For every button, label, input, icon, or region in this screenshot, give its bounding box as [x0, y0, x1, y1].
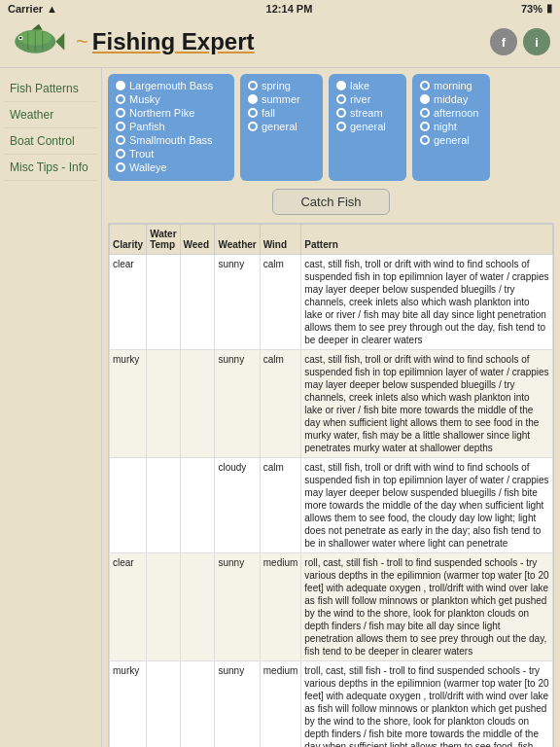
app-title: Fishing Expert: [92, 28, 255, 55]
species-northern-pike[interactable]: Northern Pike: [116, 107, 227, 119]
header: ~ Fishing Expert f i: [0, 17, 560, 68]
radio-trout: [116, 149, 125, 159]
time-midday[interactable]: midday: [420, 93, 482, 105]
radio-smallmouth: [116, 135, 125, 145]
cell-weather: cloudy: [215, 458, 260, 553]
sidebar-item-fish-patterns[interactable]: Fish Patterns: [4, 76, 97, 102]
cell-weather: sunny: [215, 255, 260, 350]
cell-pattern: cast, still fish, troll or drift with wi…: [301, 255, 553, 350]
cell-waterTemp: [147, 255, 180, 350]
species-largemouth[interactable]: Largemouth Bass: [116, 80, 227, 91]
cell-wind: calm: [260, 458, 301, 553]
radio-lake: [336, 81, 346, 90]
cell-pattern: cast, still fish, troll or drift with wi…: [301, 350, 553, 458]
radio-fall: [248, 108, 258, 118]
cell-wind: medium: [260, 661, 301, 748]
header-squiggle: ~: [76, 29, 88, 54]
catch-fish-button[interactable]: Catch Fish: [272, 189, 389, 215]
season-panel: spring summer fall general: [240, 74, 323, 181]
battery-icon: ▮: [546, 2, 552, 15]
radio-musky: [116, 94, 125, 104]
location-stream[interactable]: stream: [336, 107, 399, 119]
facebook-button[interactable]: f: [490, 28, 517, 55]
cell-weed: [180, 255, 215, 350]
cell-wind: medium: [260, 553, 301, 661]
cell-waterTemp: [147, 458, 180, 553]
season-general[interactable]: general: [248, 121, 315, 132]
svg-marker-5: [32, 24, 43, 30]
cell-clarity: clear: [110, 553, 147, 661]
radio-river: [336, 94, 346, 104]
sidebar-item-weather[interactable]: Weather: [4, 102, 97, 128]
location-lake[interactable]: lake: [336, 80, 399, 91]
radio-stream: [336, 108, 346, 118]
species-walleye[interactable]: Walleye: [116, 161, 227, 173]
wifi-icon: ▲: [47, 3, 57, 15]
time-morning[interactable]: morning: [420, 80, 482, 91]
radio-night: [420, 122, 430, 131]
cell-clarity: murky: [110, 350, 147, 458]
status-bar: Carrier ▲ 12:14 PM 73% ▮: [0, 0, 560, 17]
sidebar: Fish Patterns Weather Boat Control Misc …: [0, 68, 102, 747]
table-row: clearsunnymediumroll, cast, still fish -…: [110, 553, 553, 661]
time-night[interactable]: night: [420, 121, 482, 132]
sidebar-item-misc-tips[interactable]: Misc Tips - Info: [4, 155, 97, 181]
season-spring[interactable]: spring: [248, 80, 315, 91]
main-layout: Fish Patterns Weather Boat Control Misc …: [0, 68, 560, 747]
cell-weather: sunny: [215, 350, 260, 458]
cell-weather: sunny: [215, 553, 260, 661]
cell-weed: [180, 458, 215, 553]
location-panel: lake river stream general: [329, 74, 406, 181]
species-smallmouth[interactable]: Smallmouth Bass: [116, 134, 227, 146]
filter-row: Largemouth Bass Musky Northern Pike Panf…: [108, 74, 554, 181]
species-panfish[interactable]: Panfish: [116, 121, 227, 132]
table-row: murkysunnycalmcast, still fish, troll or…: [110, 350, 553, 458]
cell-pattern: roll, cast, still fish - troll to find s…: [301, 553, 553, 661]
cell-pattern: cast, still fish, troll or drift with wi…: [301, 458, 553, 553]
species-musky[interactable]: Musky: [116, 93, 227, 105]
radio-afternoon: [420, 108, 430, 118]
cell-weed: [180, 661, 215, 748]
cell-wind: calm: [260, 255, 301, 350]
col-header-water-temp: WaterTemp: [147, 225, 180, 255]
cell-clarity: murky: [110, 661, 147, 748]
status-left: Carrier ▲: [8, 3, 57, 15]
radio-spring: [248, 81, 258, 90]
radio-midday: [420, 94, 430, 104]
col-header-wind: Wind: [260, 225, 301, 255]
radio-walleye: [116, 162, 125, 172]
table-row: clearsunnycalmcast, still fish, troll or…: [110, 255, 553, 350]
radio-northern-pike: [116, 108, 125, 118]
season-summer[interactable]: summer: [248, 93, 315, 105]
col-header-weed: Weed: [180, 225, 215, 255]
status-right: 73% ▮: [521, 2, 552, 15]
table-row: cloudycalmcast, still fish, troll or dri…: [110, 458, 553, 553]
cell-weed: [180, 350, 215, 458]
cell-weather: sunny: [215, 661, 260, 748]
species-panel: Largemouth Bass Musky Northern Pike Panf…: [108, 74, 234, 181]
results-table: Clarity WaterTemp Weed Weather Wind Patt…: [109, 224, 553, 747]
cell-waterTemp: [147, 553, 180, 661]
location-river[interactable]: river: [336, 93, 399, 105]
cell-clarity: clear: [110, 255, 147, 350]
sidebar-item-boat-control[interactable]: Boat Control: [4, 128, 97, 155]
radio-panfish: [116, 122, 125, 131]
battery-label: 73%: [521, 3, 542, 15]
species-trout[interactable]: Trout: [116, 148, 227, 160]
info-button[interactable]: i: [523, 28, 550, 55]
radio-morning: [420, 81, 430, 90]
carrier-label: Carrier: [8, 3, 43, 15]
radio-location-general: [336, 122, 346, 131]
location-general[interactable]: general: [336, 121, 399, 132]
radio-largemouth: [116, 81, 125, 90]
results-table-wrapper: Clarity WaterTemp Weed Weather Wind Patt…: [108, 223, 554, 747]
col-header-weather: Weather: [215, 225, 260, 255]
header-buttons: f i: [490, 28, 550, 55]
time-general[interactable]: general: [420, 134, 482, 146]
season-fall[interactable]: fall: [248, 107, 315, 119]
radio-season-general: [248, 122, 258, 131]
time-panel: morning midday afternoon night general: [412, 74, 490, 181]
header-title-wrap: ~ Fishing Expert: [76, 28, 490, 55]
col-header-pattern: Pattern: [301, 225, 553, 255]
time-afternoon[interactable]: afternoon: [420, 107, 482, 119]
